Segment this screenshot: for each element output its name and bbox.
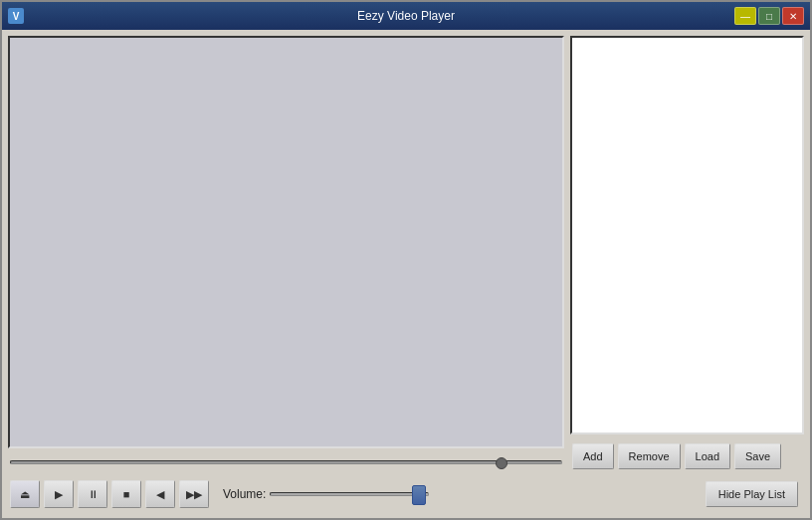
minimize-button[interactable]: — [734, 7, 756, 25]
add-button[interactable]: Add [572, 443, 614, 469]
eject-button[interactable]: ⏏ [10, 480, 40, 508]
volume-slider-container [270, 484, 429, 504]
title-bar-left: V [8, 8, 24, 24]
play-button[interactable]: ▶ [44, 480, 74, 508]
window-title: Eezy Video Player [357, 9, 455, 23]
seek-bar[interactable] [10, 460, 562, 464]
next-icon: ▶▶ [186, 488, 202, 501]
load-button[interactable]: Load [685, 443, 730, 469]
close-button[interactable]: ✕ [782, 7, 804, 25]
restore-button[interactable]: □ [758, 7, 780, 25]
window-controls: — □ ✕ [734, 7, 804, 25]
video-display [8, 36, 564, 448]
app-icon: V [8, 8, 24, 24]
stop-icon: ■ [123, 488, 130, 500]
hide-playlist-button[interactable]: Hide Play List [706, 481, 798, 507]
pause-icon: ⏸ [88, 488, 99, 500]
pause-button[interactable]: ⏸ [78, 480, 107, 508]
title-bar: V Eezy Video Player — □ ✕ [2, 2, 810, 30]
volume-label: Volume: [223, 487, 266, 501]
save-button[interactable]: Save [734, 443, 781, 469]
prev-button[interactable]: ◀ [145, 480, 175, 508]
main-content: ⏏ ▶ ⏸ ■ ◀ ▶▶ Volume: [2, 30, 810, 518]
right-panel: Add Remove Load Save Hide Play List [570, 36, 804, 512]
remove-button[interactable]: Remove [618, 443, 681, 469]
playlist-controls: Add Remove Load Save [570, 438, 804, 474]
left-panel: ⏏ ▶ ⏸ ■ ◀ ▶▶ Volume: [8, 36, 564, 512]
eject-icon: ⏏ [20, 488, 30, 501]
prev-icon: ◀ [156, 488, 164, 501]
bottom-bar: Hide Play List [570, 478, 804, 512]
main-window: V Eezy Video Player — □ ✕ [0, 0, 812, 520]
seek-thumb[interactable] [496, 457, 508, 469]
next-button[interactable]: ▶▶ [179, 480, 209, 508]
volume-thumb[interactable] [412, 485, 426, 505]
play-icon: ▶ [55, 488, 63, 501]
volume-track[interactable] [270, 492, 429, 496]
seek-bar-container [8, 452, 564, 472]
stop-button[interactable]: ■ [111, 480, 141, 508]
playlist-area [570, 36, 804, 434]
controls-bar: ⏏ ▶ ⏸ ■ ◀ ▶▶ Volume: [8, 476, 564, 512]
